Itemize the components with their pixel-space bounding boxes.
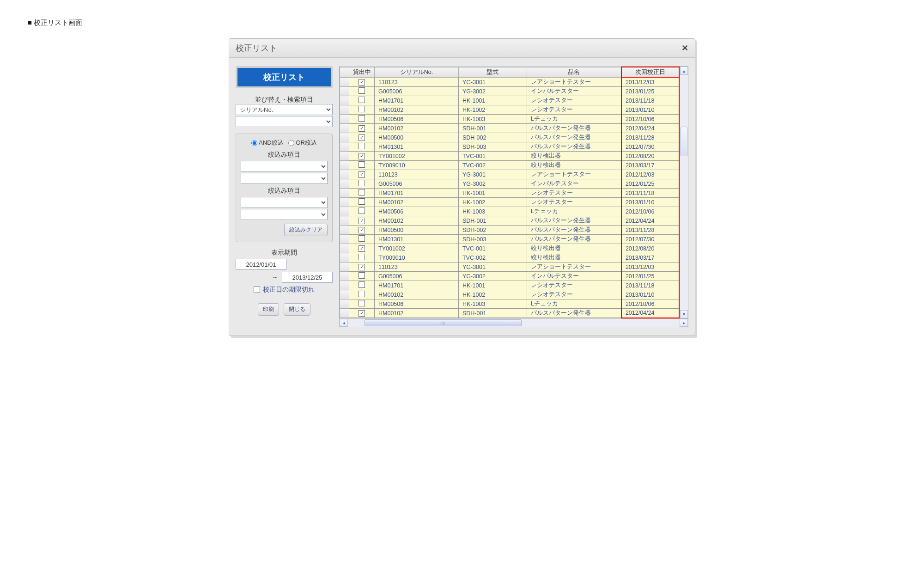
cell-model[interactable]: HK-1001 — [458, 96, 527, 105]
row-handle[interactable] — [340, 152, 349, 161]
scroll-up-arrow-icon[interactable]: ▴ — [680, 67, 688, 75]
cell-model[interactable]: SDH-003 — [458, 142, 527, 152]
cell-name[interactable]: Lチェッカ — [527, 299, 621, 309]
rented-checkbox-cell[interactable]: ✓ — [349, 133, 375, 142]
cell-serial[interactable]: HM00506 — [375, 299, 459, 309]
vertical-scrollbar[interactable]: ▴ ▾ — [680, 67, 688, 318]
rented-checkbox[interactable] — [359, 180, 365, 186]
cell-next-calibration[interactable]: 2013/12/03 — [621, 263, 679, 272]
cell-name[interactable]: 絞り検出器 — [527, 161, 621, 170]
date-to-input[interactable] — [282, 272, 333, 283]
scroll-down-arrow-icon[interactable]: ▾ — [680, 310, 688, 318]
rented-checkbox[interactable] — [359, 272, 365, 279]
cell-serial[interactable]: TY001002 — [375, 244, 459, 253]
filter-2-value[interactable] — [241, 209, 328, 220]
cell-next-calibration[interactable]: 2013/11/18 — [621, 96, 679, 105]
cell-model[interactable]: TVC-001 — [458, 152, 527, 161]
rented-checkbox-cell[interactable]: ✓ — [349, 216, 375, 226]
cell-next-calibration[interactable]: 2013/11/18 — [621, 281, 679, 290]
cell-serial[interactable]: HM01301 — [375, 235, 459, 244]
cell-model[interactable]: YG-3001 — [458, 78, 527, 87]
cell-name[interactable]: Lチェッカ — [527, 115, 621, 124]
cell-name[interactable]: レシオテスター — [527, 281, 621, 290]
rented-checkbox[interactable] — [359, 106, 365, 112]
vertical-scroll-thumb[interactable] — [681, 127, 687, 156]
horizontal-scrollbar[interactable]: ◂ |||| ▸ — [339, 319, 688, 327]
cell-next-calibration[interactable]: 2013/03/17 — [621, 253, 679, 263]
cell-serial[interactable]: HM01301 — [375, 142, 459, 152]
cell-next-calibration[interactable]: 2013/12/03 — [621, 78, 679, 87]
cell-serial[interactable]: HM00102 — [375, 105, 459, 115]
cell-next-calibration[interactable]: 2012/10/06 — [621, 115, 679, 124]
cell-model[interactable]: YG-3001 — [458, 263, 527, 272]
rented-checkbox-cell[interactable] — [349, 253, 375, 263]
cell-next-calibration[interactable]: 2012/04/24 — [621, 309, 679, 318]
cell-next-calibration[interactable]: 2013/11/28 — [621, 133, 679, 142]
rented-checkbox[interactable] — [359, 300, 365, 306]
col-header-next-calibration[interactable]: 次回校正日 — [621, 67, 679, 78]
row-handle[interactable] — [340, 124, 349, 133]
row-handle[interactable] — [340, 105, 349, 115]
rented-checkbox-cell[interactable] — [349, 272, 375, 281]
cell-model[interactable]: HK-1001 — [458, 189, 527, 198]
row-handle[interactable] — [340, 226, 349, 235]
cell-name[interactable]: レシオテスター — [527, 96, 621, 105]
col-header-rented[interactable]: 貸出中 — [349, 67, 375, 78]
col-header-name[interactable]: 品名 — [527, 67, 621, 78]
cell-next-calibration[interactable]: 2013/01/10 — [621, 198, 679, 207]
row-handle[interactable] — [340, 161, 349, 170]
cell-serial[interactable]: HM00102 — [375, 198, 459, 207]
cell-serial[interactable]: 110123 — [375, 78, 459, 87]
print-button[interactable]: 印刷 — [258, 303, 279, 316]
rented-checkbox-cell[interactable]: ✓ — [349, 170, 375, 179]
table-row[interactable]: G005006YG-3002インバルテスター2012/01/25 — [340, 272, 680, 281]
rented-checkbox[interactable]: ✓ — [359, 171, 365, 178]
cell-model[interactable]: TVC-001 — [458, 244, 527, 253]
rented-checkbox[interactable]: ✓ — [359, 264, 365, 270]
cell-name[interactable]: レシオテスター — [527, 189, 621, 198]
row-handle[interactable] — [340, 189, 349, 198]
row-handle[interactable] — [340, 87, 349, 96]
cell-model[interactable]: HK-1002 — [458, 290, 527, 299]
rented-checkbox[interactable] — [359, 143, 365, 149]
row-handle[interactable] — [340, 198, 349, 207]
rented-checkbox[interactable] — [359, 198, 365, 205]
table-row[interactable]: G005006YG-3002インバルテスター2012/01/25 — [340, 179, 680, 189]
row-handle[interactable] — [340, 179, 349, 189]
rented-checkbox[interactable]: ✓ — [359, 218, 365, 224]
row-handle[interactable] — [340, 263, 349, 272]
cell-name[interactable]: レアショートテスター — [527, 263, 621, 272]
cell-name[interactable]: 絞り検出器 — [527, 253, 621, 263]
cell-next-calibration[interactable]: 2012/07/30 — [621, 142, 679, 152]
close-icon[interactable]: ✕ — [681, 43, 688, 53]
cell-model[interactable]: TVC-002 — [458, 253, 527, 263]
rented-checkbox-cell[interactable] — [349, 235, 375, 244]
table-row[interactable]: HM00506HK-1003Lチェッカ2012/10/06 — [340, 299, 680, 309]
row-handle[interactable] — [340, 115, 349, 124]
cell-model[interactable]: HK-1003 — [458, 299, 527, 309]
cell-name[interactable]: パルスパターン発生器 — [527, 309, 621, 318]
cell-next-calibration[interactable]: 2013/01/10 — [621, 290, 679, 299]
cell-serial[interactable]: HM00506 — [375, 207, 459, 216]
horizontal-scroll-track[interactable]: |||| — [348, 319, 680, 327]
expired-checkbox[interactable] — [254, 287, 260, 293]
cell-name[interactable]: レアショートテスター — [527, 170, 621, 179]
cell-next-calibration[interactable]: 2012/10/06 — [621, 207, 679, 216]
rented-checkbox[interactable]: ✓ — [359, 153, 365, 159]
cell-next-calibration[interactable]: 2012/07/30 — [621, 235, 679, 244]
rented-checkbox[interactable]: ✓ — [359, 310, 365, 317]
cell-name[interactable]: パルスパターン発生器 — [527, 226, 621, 235]
filter-1-field[interactable] — [241, 161, 328, 172]
table-row[interactable]: TY009010TVC-002絞り検出器2013/03/17 — [340, 253, 680, 263]
filter-1-value[interactable] — [241, 173, 328, 184]
horizontal-scroll-thumb[interactable]: |||| — [365, 319, 522, 326]
rented-checkbox[interactable] — [359, 281, 365, 288]
row-handle[interactable] — [340, 235, 349, 244]
rented-checkbox-cell[interactable] — [349, 281, 375, 290]
cell-model[interactable]: HK-1002 — [458, 198, 527, 207]
cell-serial[interactable]: 110123 — [375, 170, 459, 179]
rented-checkbox[interactable] — [359, 161, 365, 168]
cell-name[interactable]: レシオテスター — [527, 290, 621, 299]
table-row[interactable]: ✓110123YG-3001レアショートテスター2013/12/03 — [340, 263, 680, 272]
cell-next-calibration[interactable]: 2012/10/06 — [621, 299, 679, 309]
